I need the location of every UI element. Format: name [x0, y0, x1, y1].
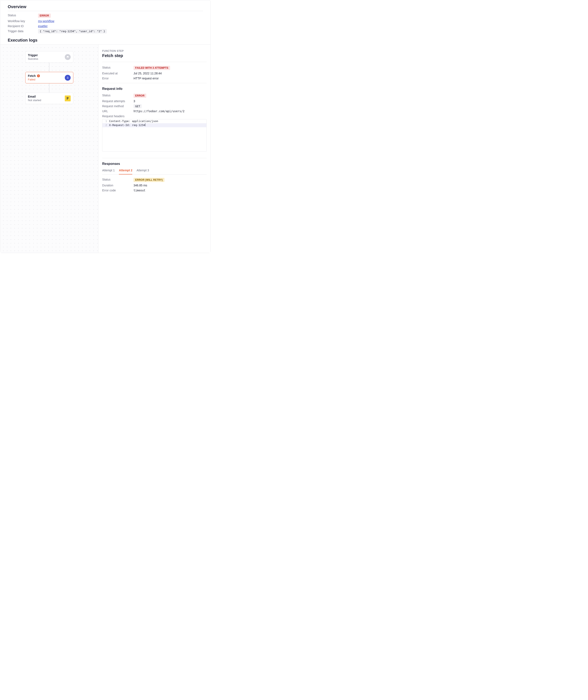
trigger-node-status: Success — [28, 57, 38, 60]
header-line: Content-Type: application/json — [109, 119, 158, 123]
tab-attempt-2[interactable]: Attempt 2 — [119, 169, 132, 174]
trigger-node-title: Trigger — [28, 53, 38, 57]
fetch-node-title: Fetch — [28, 74, 36, 78]
step-eyebrow: FUNCTION STEP — [102, 50, 207, 52]
email-node-status: Not started — [28, 99, 41, 102]
request-url-value: https://foobar.com/api/users/2 — [134, 109, 185, 113]
provider-icon: P — [65, 95, 71, 101]
response-duration-value: 346.85 ms — [134, 184, 147, 187]
status-label: Status — [8, 14, 38, 17]
request-info-heading: Request info — [102, 87, 207, 91]
recipient-id-label: Recipient ID — [8, 24, 38, 28]
step-status-label: Status — [102, 66, 134, 69]
responses-heading: Responses — [102, 162, 207, 166]
alert-icon: ! — [37, 74, 40, 77]
request-url-label: URL — [102, 109, 134, 113]
status-badge: ERROR — [38, 14, 51, 18]
response-tabs: Attempt 1 Attempt 2 Attempt 3 — [102, 169, 207, 174]
flag-icon — [65, 54, 71, 60]
error-label: Error — [102, 77, 134, 80]
execution-logs-heading: Execution logs — [8, 38, 203, 43]
step-title: Fetch step — [102, 53, 207, 58]
email-node[interactable]: Email Not started P — [25, 93, 73, 104]
divider — [102, 158, 207, 158]
connector — [49, 63, 49, 72]
email-node-title: Email — [28, 95, 41, 98]
response-error-code-label: Error code — [102, 189, 134, 192]
flow-graph-panel: Trigger Success Fetch ! Failed — [0, 45, 98, 253]
trigger-data-label: Trigger data — [8, 29, 38, 33]
response-status-label: Status — [102, 178, 134, 181]
response-duration-label: Duration — [102, 184, 134, 187]
step-detail-panel: FUNCTION STEP Fetch step Status FAILED W… — [98, 45, 210, 253]
request-attempts-label: Request attempts — [102, 99, 134, 103]
tab-attempt-3[interactable]: Attempt 3 — [136, 169, 149, 174]
request-status-badge: ERROR — [134, 94, 146, 98]
error-value: HTTP request error — [134, 77, 159, 80]
workflow-key-label: Workflow key — [8, 19, 38, 23]
request-method-value: GET — [134, 104, 142, 108]
request-headers-code[interactable]: 1Content-Type: application/json 2X-Reque… — [102, 119, 207, 152]
recipient-id-link[interactable]: esattler — [38, 24, 48, 28]
swap-icon — [65, 75, 71, 81]
executed-at-value: Jul 25, 2022 11:28:44 — [134, 72, 162, 75]
connector — [49, 83, 49, 93]
trigger-data-value: { "req_id": "req-1234", "user_id": "2" } — [38, 29, 107, 33]
fetch-node-status: Failed — [28, 78, 40, 81]
header-line: X-Request-Id: req-1234 — [109, 123, 145, 127]
request-attempts-value: 3 — [134, 99, 135, 103]
request-method-label: Request method — [102, 104, 134, 108]
step-status-badge: FAILED WITH 3 ATTEMPTS — [134, 66, 170, 70]
workflow-key-link[interactable]: my-workflow — [38, 19, 54, 23]
response-error-code-value: timeout — [134, 189, 145, 192]
overview-heading: Overview — [8, 4, 203, 9]
response-status-badge: ERROR (WILL RETRY) — [134, 178, 164, 182]
trigger-node[interactable]: Trigger Success — [25, 51, 73, 63]
request-headers-label: Request headers — [102, 115, 134, 118]
request-status-label: Status — [102, 94, 134, 97]
fetch-node[interactable]: Fetch ! Failed — [25, 72, 73, 83]
tab-attempt-1[interactable]: Attempt 1 — [102, 169, 115, 174]
executed-at-label: Executed at — [102, 72, 134, 75]
